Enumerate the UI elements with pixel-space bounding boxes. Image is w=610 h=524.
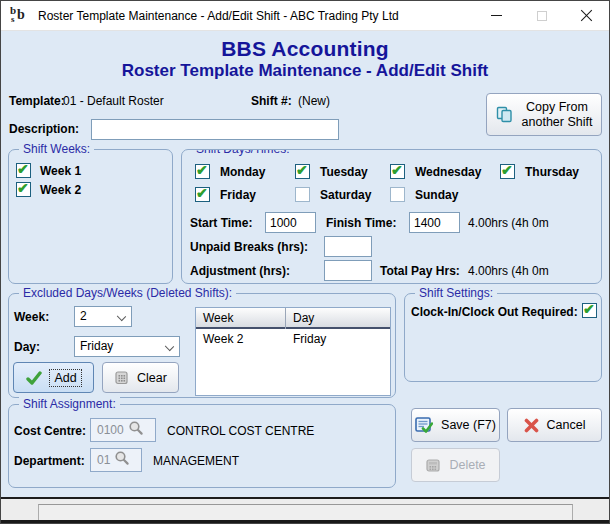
adjustment-label: Adjustment (hrs): — [190, 264, 290, 278]
add-button[interactable]: Add — [13, 362, 94, 393]
thursday-label: Thursday — [525, 165, 579, 179]
cost-centre-code: 0100 — [97, 423, 124, 437]
save-button-label: Save (F7) — [441, 418, 496, 432]
chevron-down-icon — [165, 342, 174, 351]
monday-label: Monday — [220, 165, 265, 179]
magnifier-icon[interactable] — [128, 420, 144, 440]
caption-buttons — [474, 1, 609, 30]
start-time-label: Start Time: — [190, 216, 252, 230]
add-button-label: Add — [50, 370, 80, 386]
total-pay-hrs-value: 4.00hrs (4h 0m — [468, 264, 549, 278]
excluded-shifts-table[interactable]: Week Day Week 2 Friday — [195, 307, 391, 396]
start-time-input[interactable] — [265, 212, 316, 233]
dialog-window: b b s Roster Template Maintenance - Add/… — [0, 0, 610, 524]
app-name-heading: BBS Accounting — [1, 37, 609, 61]
wednesday-checkbox[interactable] — [390, 164, 405, 179]
clock-in-out-label: Clock-In/Clock Out Required: — [411, 305, 578, 319]
shift-days-times-group: Shift Days/Times: Monday Tuesday Wednesd… — [181, 149, 602, 284]
cancel-x-icon — [524, 418, 539, 433]
department-label: Department: — [14, 454, 85, 468]
friday-label: Friday — [220, 188, 256, 202]
dialog-body: BBS Accounting Roster Template Maintenan… — [1, 31, 609, 499]
shift-weeks-title: Shift Weeks: — [19, 142, 94, 156]
department-lookup[interactable]: 01 — [90, 448, 142, 472]
shift-weeks-group: Shift Weeks: Week 1 Week 2 — [8, 149, 173, 284]
maximize-icon — [537, 11, 547, 21]
week1-checkbox[interactable] — [16, 163, 31, 178]
shift-settings-group: Shift Settings: Clock-In/Clock Out Requi… — [404, 293, 602, 382]
status-bar — [1, 497, 609, 523]
table-row[interactable]: Week 2 Friday — [196, 329, 390, 350]
adjustment-input[interactable] — [324, 260, 372, 281]
tuesday-label: Tuesday — [320, 165, 368, 179]
sunday-label: Sunday — [415, 188, 458, 202]
save-button[interactable]: Save (F7) — [411, 408, 500, 442]
copy-icon — [496, 106, 513, 123]
window-title: Roster Template Maintenance - Add/Edit S… — [38, 9, 399, 23]
table-cell-week: Week 2 — [196, 329, 286, 350]
copy-button-label: Copy From another Shift — [522, 100, 593, 130]
close-button[interactable] — [564, 1, 609, 30]
title-bar: b b s Roster Template Maintenance - Add/… — [1, 1, 609, 31]
wednesday-label: Wednesday — [415, 165, 481, 179]
week2-checkbox[interactable] — [16, 182, 31, 197]
shift-duration-text: 4.00hrs (4h 0m — [468, 216, 549, 230]
excluded-days-weeks-group: Excluded Days/Weeks (Deleted Shifts): We… — [8, 293, 396, 398]
copy-from-another-shift-button[interactable]: Copy From another Shift — [486, 93, 602, 136]
magnifier-icon[interactable] — [114, 450, 130, 470]
check-icon — [26, 371, 42, 385]
table-header-week: Week — [196, 308, 286, 329]
unpaid-breaks-input[interactable] — [324, 236, 372, 257]
day-select[interactable]: Friday — [74, 336, 180, 357]
department-name: MANAGEMENT — [153, 454, 239, 468]
total-pay-hrs-label: Total Pay Hrs: — [380, 264, 460, 278]
description-label: Description: — [9, 122, 79, 136]
delete-button: Delete — [411, 448, 500, 482]
cost-centre-name: CONTROL COST CENTRE — [167, 424, 314, 438]
shift-number-value: (New) — [298, 94, 330, 108]
delete-icon — [425, 457, 441, 473]
shift-days-times-title: Shift Days/Times: — [192, 149, 294, 156]
table-cell-day: Friday — [286, 329, 390, 350]
finish-time-input[interactable] — [409, 212, 460, 233]
finish-time-label: Finish Time: — [326, 216, 396, 230]
shift-settings-title: Shift Settings: — [415, 286, 497, 300]
eraser-icon — [114, 370, 129, 385]
clock-in-out-checkbox[interactable] — [582, 303, 597, 318]
monday-checkbox[interactable] — [195, 164, 210, 179]
tuesday-checkbox[interactable] — [295, 164, 310, 179]
table-header-day: Day — [286, 308, 390, 329]
day-select-label: Day: — [14, 340, 40, 354]
template-value: 01 - Default Roster — [63, 94, 164, 108]
minimize-button[interactable] — [474, 1, 519, 30]
cost-centre-label: Cost Centre: — [14, 424, 86, 438]
cancel-button-label: Cancel — [547, 418, 586, 432]
thursday-checkbox[interactable] — [500, 164, 515, 179]
clear-button-label: Clear — [137, 371, 167, 385]
template-label: Template: — [9, 94, 65, 108]
shift-number-label: Shift #: — [251, 94, 292, 108]
week-select[interactable]: 2 — [74, 306, 132, 327]
table-header-row: Week Day — [196, 308, 390, 329]
cost-centre-lookup[interactable]: 0100 — [90, 418, 156, 442]
saturday-label: Saturday — [320, 188, 371, 202]
maximize-button — [519, 1, 564, 30]
week-select-label: Week: — [14, 310, 49, 324]
cancel-button[interactable]: Cancel — [507, 408, 602, 442]
unpaid-breaks-label: Unpaid Breaks (hrs): — [190, 240, 308, 254]
screen-title-heading: Roster Template Maintenance - Add/Edit S… — [1, 61, 609, 81]
save-icon — [415, 417, 433, 434]
chevron-down-icon — [117, 312, 126, 321]
status-panel — [38, 504, 573, 521]
delete-button-label: Delete — [449, 458, 485, 472]
friday-checkbox[interactable] — [195, 187, 210, 202]
shift-assignment-group: Shift Assignment: Cost Centre: 0100 CONT… — [8, 404, 396, 488]
excluded-days-weeks-title: Excluded Days/Weeks (Deleted Shifts): — [19, 286, 236, 300]
clear-button[interactable]: Clear — [102, 362, 179, 393]
sunday-checkbox[interactable] — [390, 187, 405, 202]
week1-label: Week 1 — [40, 164, 81, 178]
saturday-checkbox[interactable] — [295, 187, 310, 202]
shift-assignment-title: Shift Assignment: — [19, 397, 120, 411]
description-input[interactable] — [91, 119, 339, 140]
app-icon: b b s — [10, 7, 30, 25]
